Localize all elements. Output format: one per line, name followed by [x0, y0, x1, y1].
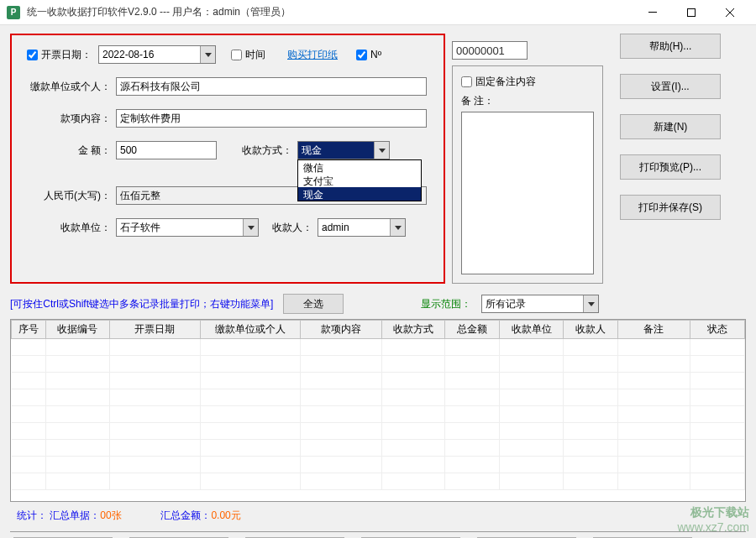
table-row[interactable] — [12, 339, 745, 356]
svg-rect-0 — [648, 12, 657, 13]
buy-paper-link[interactable]: 购买打印纸 — [287, 48, 338, 62]
amount-label: 金 额： — [27, 144, 111, 158]
close-button[interactable] — [711, 0, 749, 25]
date-label: 开票日期： — [41, 48, 93, 62]
multi-select-hint: [可按住Ctrl或Shift键选中多条记录批量打印；右键功能菜单] — [10, 297, 273, 311]
records-table[interactable]: 序号收据编号开票日期缴款单位或个人款项内容收款方式总金额收款单位收款人备注状态 — [10, 319, 746, 502]
table-row[interactable] — [12, 473, 745, 490]
table-row[interactable] — [12, 423, 745, 440]
note-panel: 固定备注内容 备 注： — [452, 65, 603, 284]
stats-bar: 统计： 汇总单据：00张 汇总金额：0.00元 — [10, 505, 746, 526]
payer-input[interactable] — [116, 77, 427, 96]
remark-label: 备 注： — [461, 94, 594, 108]
column-header[interactable]: 收款方式 — [381, 321, 445, 339]
date-combo[interactable]: 2022-08-16 — [98, 45, 216, 64]
payee-label: 收款人： — [272, 221, 312, 235]
chevron-down-icon[interactable] — [374, 142, 389, 159]
chevron-down-icon[interactable] — [200, 46, 215, 63]
payee-unit-combo[interactable]: 石子软件 — [116, 218, 259, 237]
minimize-button[interactable] — [633, 0, 672, 25]
fixed-note-checkbox[interactable] — [461, 76, 472, 87]
pay-method-combo[interactable]: 现金 — [297, 141, 390, 159]
scope-value: 所有记录 — [486, 297, 526, 311]
column-header[interactable]: 收款单位 — [500, 321, 564, 339]
window-title: 统一收款收据打印软件V2.9.0 --- 用户名：admin（管理员） — [27, 5, 633, 19]
no-checkbox[interactable] — [356, 50, 367, 60]
date-value: 2022-08-16 — [102, 49, 154, 60]
time-checkbox[interactable] — [231, 50, 242, 60]
chevron-down-icon[interactable] — [243, 219, 258, 236]
payee-unit-label: 收款单位： — [27, 221, 111, 235]
table-row[interactable] — [12, 406, 745, 423]
pay-method-value: 现金 — [302, 144, 322, 158]
app-icon: P — [7, 6, 20, 19]
column-header[interactable]: 收据编号 — [46, 321, 110, 339]
table-row[interactable] — [12, 440, 745, 457]
chevron-down-icon[interactable] — [390, 219, 405, 236]
new-button[interactable]: 新建(N) — [620, 114, 721, 139]
pay-method-option-wechat[interactable]: 微信 — [298, 160, 421, 174]
column-header[interactable]: 款项内容 — [300, 321, 381, 339]
form-panel: 开票日期： 2022-08-16 时间 购买打印纸 Nº 缴款单位或个人： — [10, 34, 445, 284]
pay-method-option-alipay[interactable]: 支付宝 — [298, 174, 421, 187]
column-header[interactable]: 收款人 — [563, 321, 617, 339]
fixed-note-label: 固定备注内容 — [475, 75, 536, 89]
select-all-button[interactable]: 全选 — [283, 294, 344, 314]
scope-label: 显示范围： — [421, 297, 471, 311]
maximize-button[interactable] — [672, 0, 711, 25]
table-row[interactable] — [12, 389, 745, 406]
item-input[interactable] — [116, 109, 427, 128]
column-header[interactable]: 总金额 — [445, 321, 500, 339]
payee-value: admin — [322, 222, 349, 233]
column-header[interactable]: 开票日期 — [109, 321, 200, 339]
pay-method-dropdown: 微信 支付宝 现金 — [297, 159, 422, 201]
svg-rect-1 — [688, 8, 696, 16]
column-header[interactable]: 备注 — [617, 321, 690, 339]
settings-button[interactable]: 设置(I)... — [620, 74, 721, 99]
receipt-no-field[interactable] — [452, 41, 528, 60]
watermark: 极光下载站 www.xz7.com — [677, 504, 749, 535]
item-label: 款项内容： — [27, 112, 111, 126]
column-header[interactable]: 状态 — [690, 321, 745, 339]
preview-button[interactable]: 打印预览(P)... — [620, 154, 721, 180]
time-label: 时间 — [245, 48, 265, 62]
table-row[interactable] — [12, 457, 745, 473]
table-row[interactable] — [12, 373, 745, 389]
pay-method-option-cash[interactable]: 现金 — [298, 187, 421, 201]
date-checkbox[interactable] — [27, 50, 38, 60]
payee-unit-value: 石子软件 — [120, 221, 160, 235]
print-save-button[interactable]: 打印并保存(S) — [620, 195, 721, 220]
payer-label: 缴款单位或个人： — [27, 80, 111, 94]
scope-combo[interactable]: 所有记录 — [481, 295, 599, 313]
remark-textarea[interactable] — [461, 112, 594, 274]
pay-method-label: 收款方式： — [242, 144, 292, 158]
chevron-down-icon[interactable] — [583, 295, 598, 312]
column-header[interactable]: 序号 — [12, 321, 46, 339]
no-label: Nº — [370, 49, 381, 60]
payee-combo[interactable]: admin — [318, 218, 406, 237]
table-row[interactable] — [12, 356, 745, 373]
rmb-label: 人民币(大写)： — [27, 189, 111, 203]
column-header[interactable]: 缴款单位或个人 — [200, 321, 300, 339]
help-button[interactable]: 帮助(H)... — [620, 34, 721, 59]
amount-input[interactable] — [116, 141, 217, 159]
